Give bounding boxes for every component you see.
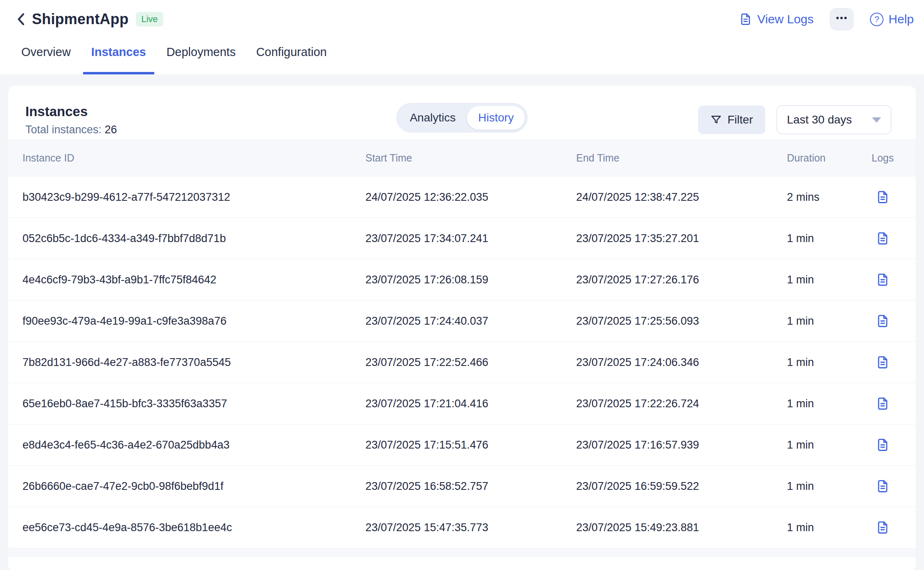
table-row: 26b6660e-cae7-47e2-9cb0-98f6bebf9d1f23/0… <box>8 466 916 507</box>
cell-start-time: 23/07/2025 17:22:52.466 <box>365 356 576 369</box>
cell-duration: 1 min <box>787 521 872 534</box>
view-instance-logs-button[interactable] <box>872 231 904 245</box>
view-instance-logs-button[interactable] <box>872 479 904 493</box>
table-header-row: Instance ID Start Time End Time Duration… <box>8 139 916 177</box>
date-range-value: Last 30 days <box>787 113 852 126</box>
view-logs-button[interactable]: View Logs <box>739 12 814 26</box>
filter-button-label: Filter <box>728 113 753 126</box>
cell-start-time: 23/07/2025 16:58:52.757 <box>365 480 576 493</box>
table-row: ee56ce73-cd45-4e9a-8576-3be618b1ee4c23/0… <box>8 507 916 548</box>
view-instance-logs-button[interactable] <box>872 190 904 204</box>
log-file-icon <box>876 314 890 328</box>
view-instance-logs-button[interactable] <box>872 273 904 287</box>
cell-end-time: 23/07/2025 17:25:56.093 <box>576 315 787 328</box>
cell-end-time: 23/07/2025 17:16:57.939 <box>576 439 787 451</box>
toggle-option-analytics[interactable]: Analytics <box>399 106 467 130</box>
analytics-history-toggle: AnalyticsHistory <box>396 103 527 132</box>
column-header-duration: Duration <box>787 152 872 164</box>
column-header-logs: Logs <box>872 152 904 164</box>
log-file-icon <box>876 397 890 411</box>
tab-configuration[interactable]: Configuration <box>248 45 335 74</box>
cell-end-time: 24/07/2025 12:38:47.225 <box>576 191 787 204</box>
ellipsis-icon: ••• <box>836 13 848 23</box>
cell-duration: 1 min <box>787 315 872 328</box>
cell-start-time: 23/07/2025 17:15:51.476 <box>365 439 576 451</box>
cell-duration: 1 min <box>787 397 872 410</box>
tab-deployments[interactable]: Deployments <box>158 45 244 74</box>
cell-instance-id: 65e16eb0-8ae7-415b-bfc3-3335f63a3357 <box>23 397 365 410</box>
log-file-icon <box>876 190 890 204</box>
table-row: e8d4e3c4-fe65-4c36-a4e2-670a25dbb4a323/0… <box>8 424 916 466</box>
topbar-actions: View Logs ••• ? Help <box>739 8 914 30</box>
help-icon: ? <box>870 13 883 26</box>
instances-heading: Instances <box>25 104 117 119</box>
cell-instance-id: 7b82d131-966d-4e27-a883-fe77370a5545 <box>23 356 365 369</box>
total-instances: Total instances: 26 <box>25 123 117 136</box>
cell-end-time: 23/07/2025 17:35:27.201 <box>576 232 787 245</box>
cell-instance-id: 052c6b5c-1dc6-4334-a349-f7bbf7d8d71b <box>23 232 365 245</box>
column-header-start-time: Start Time <box>365 152 576 164</box>
table-row: 052c6b5c-1dc6-4334-a349-f7bbf7d8d71b23/0… <box>8 218 916 259</box>
log-file-icon <box>876 521 890 534</box>
cell-instance-id: b30423c9-b299-4612-a77f-547212037312 <box>23 191 365 204</box>
cell-duration: 1 min <box>787 274 872 286</box>
cell-end-time: 23/07/2025 16:59:59.522 <box>576 480 787 493</box>
cell-start-time: 23/07/2025 17:24:40.037 <box>365 315 576 328</box>
cell-duration: 1 min <box>787 480 872 493</box>
cell-start-time: 24/07/2025 12:36:22.035 <box>365 191 576 204</box>
topbar: ShipmentApp Live View Logs ••• ? Help <box>0 0 924 33</box>
view-instance-logs-button[interactable] <box>872 438 904 452</box>
instances-card: Instances Total instances: 26 AnalyticsH… <box>8 86 916 570</box>
cell-instance-id: 4e4c6cf9-79b3-43bf-a9b1-7ffc75f84642 <box>23 274 365 286</box>
date-range-select[interactable]: Last 30 days <box>777 105 891 134</box>
cell-end-time: 23/07/2025 17:27:26.176 <box>576 274 787 286</box>
help-label: Help <box>888 12 914 26</box>
cell-duration: 1 min <box>787 232 872 245</box>
filter-button[interactable]: Filter <box>698 105 765 134</box>
instances-card-header: Instances Total instances: 26 AnalyticsH… <box>8 86 916 139</box>
cell-end-time: 23/07/2025 15:49:23.881 <box>576 521 787 534</box>
cell-instance-id: f90ee93c-479a-4e19-99a1-c9fe3a398a76 <box>23 315 365 328</box>
table-row: f90ee93c-479a-4e19-99a1-c9fe3a398a7623/0… <box>8 301 916 342</box>
tab-instances[interactable]: Instances <box>83 45 154 74</box>
back-button[interactable] <box>12 10 30 28</box>
view-instance-logs-button[interactable] <box>872 521 904 534</box>
cell-duration: 1 min <box>787 439 872 451</box>
view-instance-logs-button[interactable] <box>872 355 904 369</box>
cell-instance-id: e8d4e3c4-fe65-4c36-a4e2-670a25dbb4a3 <box>23 439 365 451</box>
chevron-down-icon <box>872 117 881 123</box>
column-header-instance-id: Instance ID <box>23 152 365 164</box>
log-file-icon <box>876 355 890 369</box>
cell-end-time: 23/07/2025 17:24:06.346 <box>576 356 787 369</box>
more-options-button[interactable]: ••• <box>830 8 854 30</box>
tab-overview[interactable]: Overview <box>13 45 79 74</box>
table-row: 4e4c6cf9-79b3-43bf-a9b1-7ffc75f8464223/0… <box>8 259 916 301</box>
log-file-icon <box>876 479 890 493</box>
log-file-icon <box>876 231 890 245</box>
table-footer-strip <box>8 548 916 557</box>
view-instance-logs-button[interactable] <box>872 397 904 411</box>
table-controls: Filter Last 30 days <box>698 105 891 134</box>
app-header: ShipmentApp Live View Logs ••• ? Help Ov… <box>0 0 924 74</box>
table-row: 65e16eb0-8ae7-415b-bfc3-3335f63a335723/0… <box>8 383 916 424</box>
help-button[interactable]: ? Help <box>870 12 914 26</box>
view-instance-logs-button[interactable] <box>872 314 904 328</box>
table-body: b30423c9-b299-4612-a77f-54721203731224/0… <box>8 177 916 548</box>
view-logs-label: View Logs <box>757 12 814 26</box>
cell-instance-id: ee56ce73-cd45-4e9a-8576-3be618b1ee4c <box>23 521 365 534</box>
cell-start-time: 23/07/2025 17:34:07.241 <box>365 232 576 245</box>
cell-start-time: 23/07/2025 17:21:04.416 <box>365 397 576 410</box>
live-status-badge: Live <box>136 12 163 27</box>
filter-funnel-icon <box>710 114 722 126</box>
log-file-icon <box>876 438 890 452</box>
cell-duration: 2 mins <box>787 191 872 204</box>
total-instances-value: 26 <box>105 123 117 136</box>
cell-start-time: 23/07/2025 17:26:08.159 <box>365 274 576 286</box>
cell-instance-id: 26b6660e-cae7-47e2-9cb0-98f6bebf9d1f <box>23 480 365 493</box>
instances-summary: Instances Total instances: 26 <box>25 104 117 136</box>
cell-duration: 1 min <box>787 356 872 369</box>
toggle-option-history[interactable]: History <box>467 105 525 130</box>
table-row: b30423c9-b299-4612-a77f-54721203731224/0… <box>8 177 916 218</box>
column-header-end-time: End Time <box>576 152 787 164</box>
page-title: ShipmentApp <box>32 11 128 28</box>
